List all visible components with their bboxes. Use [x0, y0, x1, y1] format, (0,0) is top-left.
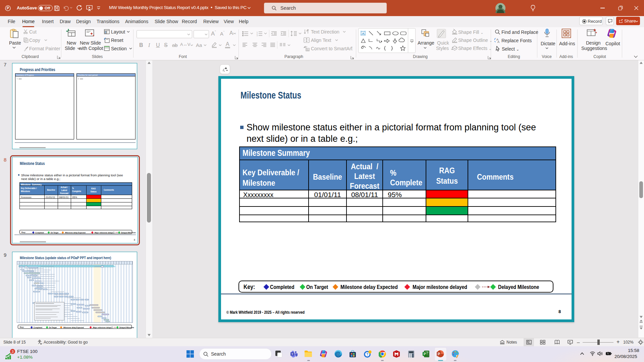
- svg-text:A: A: [497, 40, 499, 43]
- svg-text:3: 3: [257, 35, 258, 36]
- svg-text:P: P: [424, 352, 426, 356]
- svg-text:T: T: [291, 353, 293, 356]
- svg-text:A: A: [362, 32, 364, 35]
- svg-text:?: ?: [366, 353, 368, 356]
- svg-text:A: A: [306, 29, 308, 32]
- svg-text:P: P: [438, 352, 440, 356]
- svg-text:P: P: [7, 6, 9, 10]
